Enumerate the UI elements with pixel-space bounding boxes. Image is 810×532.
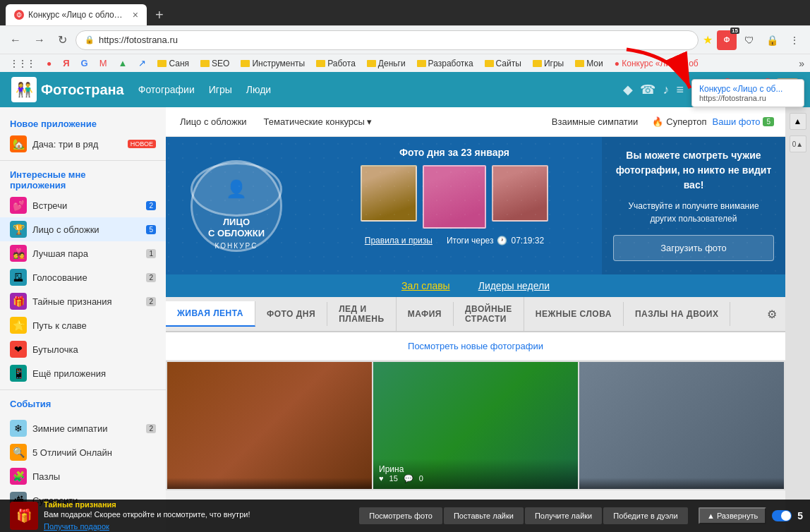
bb-action-get-likes[interactable]: Получите лайки (525, 507, 602, 524)
active-tab[interactable]: Ф Конкурс «Лицо с обложки» × (6, 4, 147, 25)
tab-pazly[interactable]: ПАЗЛЫ НА ДВОИХ (624, 302, 731, 326)
bookmark-apps[interactable]: ⋮⋮⋮ (6, 57, 40, 70)
bb-notification: 🎁 Тайные признания Вам подарок! Скорее о… (0, 500, 356, 532)
photo-name-2: Ирина (379, 464, 572, 474)
photo-grid-item-1[interactable] (167, 362, 372, 489)
bookmark-google[interactable]: G (77, 56, 92, 70)
sidebar-item-golosovanie[interactable]: 🗳 Голосование 2 (0, 265, 166, 289)
bookmark-work[interactable]: Работа (312, 57, 360, 70)
luchshaya-icon: 💑 (10, 245, 27, 262)
supertop-button[interactable]: 🔥 Супертоп (652, 116, 706, 127)
sidebar-item-butylochka[interactable]: ❤ Бутылочка (0, 337, 166, 361)
bookmark-games[interactable]: Игры (528, 57, 568, 70)
tab-close-button[interactable]: × (133, 9, 138, 20)
vashi-foto-button[interactable]: Ваши фото 5 (713, 116, 774, 127)
bb-action-view-photo[interactable]: Посмотреть фото (359, 507, 442, 524)
golosovanie-label: Голосование (32, 272, 140, 283)
butylochka-label: Бутылочка (32, 344, 156, 355)
sidebar-item-tajnye[interactable]: 🎁 Тайные признания 2 (0, 289, 166, 313)
bb-notification-icon: 🎁 (10, 502, 38, 530)
red-arrow (619, 42, 704, 102)
photo-grid-item-3[interactable] (579, 362, 784, 489)
tab-mafiya[interactable]: МАФИЯ (397, 302, 454, 326)
bookmarks-more-button[interactable]: » (799, 58, 804, 69)
nav-photos[interactable]: Фотографии (138, 84, 195, 95)
bb-toggle[interactable] (772, 510, 792, 521)
flame-icon: 🔥 (652, 116, 663, 127)
leaders-link[interactable]: Лидеры недели (478, 280, 550, 291)
bookmark-yandex[interactable]: Я (59, 56, 73, 70)
bottom-bar: 🎁 Тайные признания Вам подарок! Скорее о… (0, 500, 810, 532)
bookmark-gmail[interactable]: M (95, 56, 111, 70)
right-sidebar: ▲ 0▲ (785, 107, 810, 532)
tooltip-title[interactable]: Конкурс «Лицо с об... (699, 84, 797, 94)
new-tab-button[interactable]: + (151, 6, 168, 25)
put-icon: ⭐ (10, 317, 27, 334)
tab-foto-dnya[interactable]: ФОТО ДНЯ (255, 302, 327, 326)
glory-link[interactable]: Зал славы (401, 280, 450, 291)
bookmark-google-drive[interactable]: ● (42, 57, 56, 70)
bb-action-duel[interactable]: Победите в дуэли (603, 507, 687, 524)
extension-btn-1[interactable]: Ф 15 (717, 30, 737, 50)
sub-nav: Лицо с обложки Тематические конкурсы ▾ В… (166, 107, 785, 137)
sidebar-item-put[interactable]: ⭐ Путь к славе (0, 313, 166, 337)
nav-games[interactable]: Игры (209, 84, 232, 95)
sub-nav-litso[interactable]: Лицо с обложки (177, 116, 250, 127)
bb-expand-button[interactable]: ▲ Развернуть (699, 507, 766, 524)
bb-action-like[interactable]: Поставьте лайки (444, 507, 524, 524)
photo-grid-item-2[interactable]: Ирина ♥ 15 💬 0 (373, 362, 578, 489)
bookmark-instruments[interactable]: Инструменты (236, 57, 309, 70)
pazly-label: Пазлы (32, 471, 156, 482)
sidebar-divider-2 (0, 389, 166, 390)
sidebar-item-zimniye[interactable]: ❄ Зимние симпатии 2 (0, 416, 166, 440)
sidebar-item-vstrechi[interactable]: 💕 Встречи 2 (0, 193, 166, 217)
sidebar-item-luchshaya[interactable]: 💑 Лучшая пара 1 (0, 241, 166, 265)
5otlichiy-label: 5 Отличий Онлайн (32, 447, 156, 458)
extension-menu-button[interactable]: ⋮ (785, 30, 804, 50)
sidebar-item-pazly[interactable]: 🧩 Пазлы (0, 464, 166, 488)
banner-stars-bg (166, 137, 785, 274)
back-button[interactable]: ← (6, 31, 25, 49)
photo-overlay-2: Ирина ♥ 15 💬 0 (373, 459, 578, 489)
bb-get-gift-link[interactable]: Получить подарок (44, 522, 109, 531)
bookmark-sanya[interactable]: Саня (153, 57, 193, 70)
forward-button[interactable]: → (30, 31, 49, 49)
tab-nezhnye[interactable]: НЕЖНЫЕ СЛОВА (524, 302, 624, 326)
sub-nav-vzaimnye[interactable]: Взаимные симпатии (549, 116, 641, 127)
tab-title: Конкурс «Лицо с обложки» (28, 10, 126, 20)
refresh-button[interactable]: ↻ (54, 30, 71, 49)
toggle-switch[interactable] (772, 510, 792, 521)
nav-people[interactable]: Люди (246, 84, 271, 95)
tab-settings-icon[interactable]: ⚙ (758, 301, 785, 328)
content-area: Лицо с обложки Тематические конкурсы ▾ В… (166, 107, 785, 532)
content-tab-row: ЖИВАЯ ЛЕНТА ФОТО ДНЯ ЛЕД ИПЛАМЕНЬ МАФИЯ … (166, 297, 785, 332)
extension-btn-3[interactable]: 🔒 (762, 30, 782, 50)
likes-icon: ♥ (379, 474, 384, 483)
bookmark-ads[interactable]: ▲ (114, 56, 132, 70)
address-text: https://fotostrana.ru (99, 35, 689, 45)
bookmark-seo[interactable]: SEO (196, 57, 234, 70)
tab-bar: Ф Конкурс «Лицо с обложки» × + (0, 0, 810, 25)
sidebar-divider-1 (0, 160, 166, 161)
sidebar-item-5otlichiy[interactable]: 🔍 5 Отличий Онлайн (0, 440, 166, 464)
bookmark-sites[interactable]: Сайты (480, 57, 526, 70)
bookmark-money[interactable]: Деньги (363, 57, 410, 70)
sub-nav-tematicheskie[interactable]: Тематические конкурсы ▾ (261, 116, 375, 127)
tab-led-i-plamyen[interactable]: ЛЕД ИПЛАМЕНЬ (327, 297, 397, 331)
bookmark-dev[interactable]: Разработка (413, 57, 478, 70)
view-more-button[interactable]: Посмотреть новые фотографии (166, 332, 785, 361)
photo-overlay-1 (167, 478, 372, 489)
extension-btn-2[interactable]: 🛡 (739, 30, 759, 50)
rs-chevron-up[interactable]: ▲ (790, 113, 806, 130)
sidebar-item-eshe[interactable]: 📱 Ещё приложения (0, 361, 166, 385)
photo-stats-2: ♥ 15 💬 0 (379, 474, 572, 483)
sidebar-item-litso[interactable]: 🏆 Лицо с обложки 5 (0, 217, 166, 241)
bookmark-star-icon[interactable]: ★ (703, 33, 713, 47)
tab-zhivaya-lenta[interactable]: ЖИВАЯ ЛЕНТА (166, 301, 255, 327)
bookmark-moi[interactable]: Мои (571, 57, 608, 70)
sidebar-item-dacha[interactable]: 🏡 Дача: три в ряд НОВОЕ (0, 132, 166, 156)
site-logo[interactable]: 👫 Фотострана (11, 77, 124, 102)
tab-dvojnye[interactable]: ДВОЙНЫЕСТРАСТИ (454, 297, 524, 331)
bookmark-analytics[interactable]: ↗ (134, 56, 150, 70)
address-bar[interactable]: 🔒 https://fotostrana.ru (75, 30, 699, 50)
